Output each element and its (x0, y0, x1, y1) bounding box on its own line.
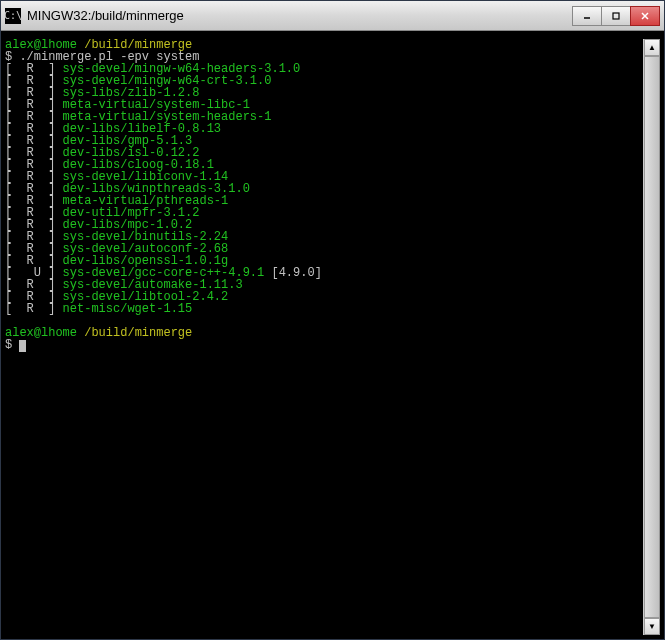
titlebar[interactable]: C:\ MINGW32:/build/minmerge (1, 1, 664, 31)
scroll-up-button[interactable]: ▲ (644, 39, 660, 56)
scroll-thumb[interactable] (644, 56, 660, 618)
scroll-track[interactable] (644, 56, 660, 618)
close-button[interactable] (630, 6, 660, 26)
minimize-button[interactable] (572, 6, 602, 26)
terminal-output[interactable]: alex@lhome /build/minmerge $ ./minmerge.… (5, 39, 643, 635)
maximize-button[interactable] (601, 6, 631, 26)
scroll-down-button[interactable]: ▼ (644, 618, 660, 635)
window-title: MINGW32:/build/minmerge (27, 8, 573, 23)
terminal-window: C:\ MINGW32:/build/minmerge alex@lhome /… (0, 0, 665, 640)
scrollbar[interactable]: ▲ ▼ (643, 39, 660, 635)
app-icon: C:\ (5, 8, 21, 24)
svg-rect-1 (613, 13, 619, 19)
terminal-container: alex@lhome /build/minmerge $ ./minmerge.… (1, 31, 664, 639)
window-controls (573, 6, 660, 26)
